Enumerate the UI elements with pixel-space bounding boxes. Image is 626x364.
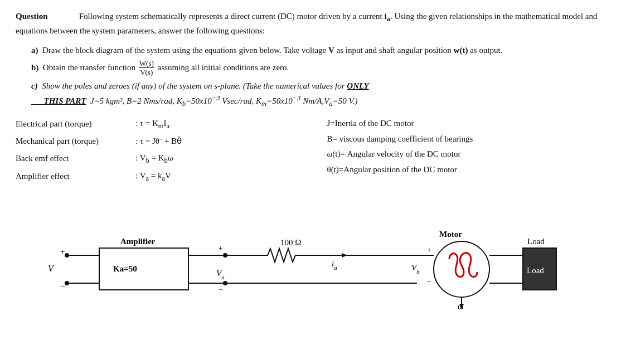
equations-section: Electrical part (torque) : τ = KmIa Mech… xyxy=(16,116,610,186)
fraction-denominator: V(s) xyxy=(139,68,153,77)
motor-plus-label: + xyxy=(427,246,431,254)
v-input-label: V xyxy=(48,264,55,273)
sub-a-label: a) xyxy=(31,46,38,55)
va-label: Va xyxy=(216,269,225,280)
fraction-numerator: W(s) xyxy=(139,59,154,69)
amplifier-box xyxy=(99,248,188,290)
circuit-diagram: + − V Ka=50 Amplifier + − Va 100 Ω xyxy=(27,195,618,323)
eq-label-2: Mechanical part (torque) xyxy=(16,134,135,149)
sub-c-label: c) xyxy=(31,81,38,90)
eq-row-2: Mechanical part (torque) : τ = Jθ¨ + Bθ̇ xyxy=(16,134,299,149)
va-plus-terminal xyxy=(223,253,227,258)
eq-right-1: J=Inertia of the DC motor xyxy=(327,116,611,132)
plus-label: + xyxy=(60,247,65,256)
resistor-symbol xyxy=(261,249,311,262)
eq-label-1: Electrical part (torque) xyxy=(16,117,135,132)
eq-row-3: Back emf effect : Vb = Kbω xyxy=(16,151,299,167)
intro-text: Following system schematically represent… xyxy=(16,12,598,35)
question-block: Question Following system schematically … xyxy=(16,10,610,38)
sub-b: b) Obtain the transfer function W(s) V(s… xyxy=(31,59,610,77)
load-title: Load xyxy=(527,237,545,246)
eq-right-3: ω(t)= Angular velocity of the DC motor xyxy=(327,147,611,162)
equations-right: J=Inertia of the DC motor B= viscous dam… xyxy=(316,116,611,186)
eq-label-4: Amplifier effect xyxy=(16,169,135,185)
equations-left: Electrical part (torque) : τ = KmIa Mech… xyxy=(16,116,299,186)
question-label: Question xyxy=(16,12,48,21)
eq-formula-1: : τ = KmIa xyxy=(135,116,169,133)
va-minus-terminal xyxy=(223,281,227,285)
ia-arrowhead xyxy=(342,253,347,258)
eq-formula-2: : τ = Jθ¨ + Bθ̇ xyxy=(135,134,182,149)
ia-label: ia xyxy=(332,259,337,271)
va-plus-label: + xyxy=(219,244,222,253)
eq-right-2: B= viscous damping coefficient of bearin… xyxy=(327,132,611,147)
transfer-function-fraction: W(s) V(s) xyxy=(139,59,154,77)
amplifier-label: Ka=50 xyxy=(113,264,137,273)
motor-minus-label: − xyxy=(427,278,431,286)
sub-b-label: b) xyxy=(31,62,38,71)
sub-a: a) Draw the block diagram of the system … xyxy=(31,43,610,57)
eq-label-3: Back emf effect xyxy=(16,151,135,167)
eq-right-4: θ(t)=Angular position of the DC motor xyxy=(327,162,611,178)
va-minus-label: − xyxy=(219,285,222,294)
sub-c: c) Show the poles and zeroes (if any) of… xyxy=(31,79,610,109)
motor-label: Motor xyxy=(439,230,462,239)
eq-formula-4: : Va = kaV xyxy=(135,168,171,185)
resistor-label: 100 Ω xyxy=(280,238,301,247)
vb-label: Vb xyxy=(411,263,420,275)
load-label: Load xyxy=(527,266,544,275)
eq-formula-3: : Vb = Kbω xyxy=(135,151,173,167)
circuit-svg: + − V Ka=50 Amplifier + − Va 100 Ω xyxy=(27,195,618,323)
eq-row-4: Amplifier effect : Va = kaV xyxy=(16,168,299,185)
motor-circle xyxy=(434,241,489,297)
only-this-part: ONLY THIS PART xyxy=(31,81,369,105)
eq-row-1: Electrical part (torque) : τ = KmIa xyxy=(16,116,299,133)
amplifier-title: Amplifier xyxy=(120,237,156,246)
minus-label: − xyxy=(60,282,65,290)
